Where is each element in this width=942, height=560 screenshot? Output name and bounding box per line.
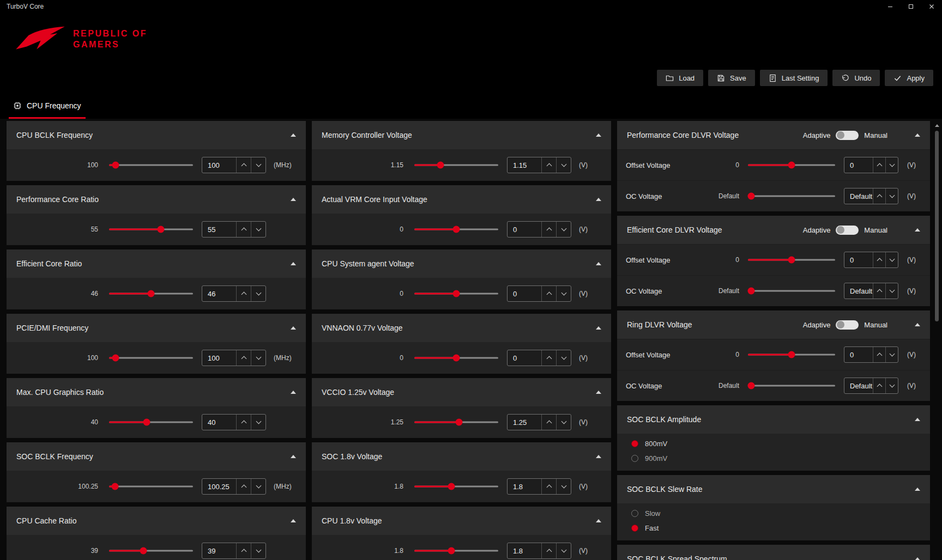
spin-down-button[interactable] xyxy=(251,479,265,494)
tab-cpu-frequency[interactable]: CPU Frequency xyxy=(9,94,86,119)
setting-slider[interactable] xyxy=(748,192,835,200)
setting-slider[interactable] xyxy=(748,255,835,264)
close-button[interactable] xyxy=(921,0,942,13)
collapse-button[interactable] xyxy=(907,418,920,421)
setting-slider[interactable] xyxy=(414,354,498,362)
spin-down-button[interactable] xyxy=(556,350,571,366)
slider-track[interactable] xyxy=(109,357,193,359)
collapse-button[interactable] xyxy=(283,198,296,201)
radio-button-icon[interactable] xyxy=(631,510,638,517)
radio-option-800mv[interactable]: 800mV xyxy=(617,436,930,451)
spin-up-button[interactable] xyxy=(236,157,251,173)
spin-down-button[interactable] xyxy=(251,350,265,366)
value-input[interactable]: 39 xyxy=(202,547,236,555)
value-input[interactable]: Default xyxy=(844,382,873,390)
radio-option-fast[interactable]: Fast xyxy=(617,521,930,535)
collapse-button[interactable] xyxy=(283,133,296,137)
spin-down-button[interactable] xyxy=(251,157,265,173)
scrollbar-thumb[interactable] xyxy=(935,131,939,321)
radio-button-icon[interactable] xyxy=(631,440,638,447)
slider-thumb[interactable] xyxy=(788,162,795,169)
spin-down-button[interactable] xyxy=(556,157,571,173)
spin-up-button[interactable] xyxy=(236,222,251,237)
spin-up-button[interactable] xyxy=(873,157,885,173)
slider-thumb[interactable] xyxy=(112,162,119,169)
toggle-knob[interactable] xyxy=(837,131,844,139)
spin-up-button[interactable] xyxy=(541,157,556,173)
value-input[interactable]: 0 xyxy=(508,354,541,362)
spin-up-button[interactable] xyxy=(873,252,885,267)
slider-thumb[interactable] xyxy=(455,419,462,426)
slider-track[interactable] xyxy=(109,486,193,488)
setting-slider[interactable] xyxy=(414,225,498,234)
value-input[interactable]: 0 xyxy=(844,256,873,264)
collapse-button[interactable] xyxy=(588,455,601,458)
value-input[interactable]: 1.25 xyxy=(508,418,541,427)
adaptive-manual-toggle[interactable] xyxy=(836,320,859,330)
collapse-button[interactable] xyxy=(588,519,601,522)
collapse-button[interactable] xyxy=(588,391,601,394)
spin-up-button[interactable] xyxy=(873,347,885,362)
slider-track[interactable] xyxy=(748,385,835,387)
spin-down-button[interactable] xyxy=(556,479,571,494)
radio-button-icon[interactable] xyxy=(631,455,638,462)
value-input[interactable]: 1.8 xyxy=(508,483,541,491)
slider-thumb[interactable] xyxy=(788,257,795,264)
spin-down-button[interactable] xyxy=(556,415,571,430)
collapse-button[interactable] xyxy=(283,455,296,458)
value-input[interactable]: 100.25 xyxy=(202,483,236,491)
setting-slider[interactable] xyxy=(414,289,498,298)
spin-up-button[interactable] xyxy=(541,543,556,558)
radio-option-slow[interactable]: Slow xyxy=(617,506,930,521)
spin-down-button[interactable] xyxy=(885,347,898,362)
collapse-button[interactable] xyxy=(907,323,920,326)
value-input[interactable]: 55 xyxy=(202,226,236,234)
slider-thumb[interactable] xyxy=(453,226,460,233)
spin-up-button[interactable] xyxy=(873,188,885,204)
value-input[interactable]: Default xyxy=(844,287,873,295)
setting-slider[interactable] xyxy=(414,418,498,427)
spin-down-button[interactable] xyxy=(885,157,898,173)
value-input[interactable]: Default xyxy=(844,192,873,200)
collapse-button[interactable] xyxy=(588,198,601,201)
value-input[interactable]: 0 xyxy=(508,226,541,234)
minimize-button[interactable] xyxy=(880,0,901,13)
collapse-button[interactable] xyxy=(588,262,601,265)
collapse-button[interactable] xyxy=(588,326,601,330)
setting-slider[interactable] xyxy=(109,354,193,362)
slider-thumb[interactable] xyxy=(112,355,119,362)
slider-track[interactable] xyxy=(748,290,835,292)
spin-up-button[interactable] xyxy=(873,283,885,299)
spin-up-button[interactable] xyxy=(236,350,251,366)
spin-up-button[interactable] xyxy=(236,286,251,301)
spin-down-button[interactable] xyxy=(251,222,265,237)
save-button[interactable]: Save xyxy=(708,70,755,86)
spin-down-button[interactable] xyxy=(251,543,265,558)
setting-slider[interactable] xyxy=(414,161,498,169)
scroll-up-button[interactable] xyxy=(934,122,939,129)
slider-thumb[interactable] xyxy=(437,162,444,169)
value-input[interactable]: 1.8 xyxy=(508,547,541,555)
toggle-knob[interactable] xyxy=(837,321,844,328)
setting-slider[interactable] xyxy=(109,161,193,169)
adaptive-manual-toggle[interactable] xyxy=(836,226,859,235)
slider-thumb[interactable] xyxy=(453,355,460,362)
spin-up-button[interactable] xyxy=(541,479,556,494)
setting-slider[interactable] xyxy=(414,546,498,555)
radio-option-900mv[interactable]: 900mV xyxy=(617,451,930,466)
value-input[interactable]: 1.15 xyxy=(508,161,541,169)
value-input[interactable]: 46 xyxy=(202,290,236,298)
spin-up-button[interactable] xyxy=(236,479,251,494)
spin-up-button[interactable] xyxy=(541,286,556,301)
slider-thumb[interactable] xyxy=(788,351,795,358)
slider-thumb[interactable] xyxy=(453,290,460,297)
spin-up-button[interactable] xyxy=(541,222,556,237)
value-input[interactable]: 100 xyxy=(202,161,236,169)
collapse-button[interactable] xyxy=(907,488,920,491)
toggle-knob[interactable] xyxy=(837,226,844,234)
spin-down-button[interactable] xyxy=(885,283,898,299)
collapse-button[interactable] xyxy=(283,262,296,265)
collapse-button[interactable] xyxy=(907,133,920,137)
slider-thumb[interactable] xyxy=(148,290,155,297)
value-input[interactable]: 40 xyxy=(202,418,236,427)
